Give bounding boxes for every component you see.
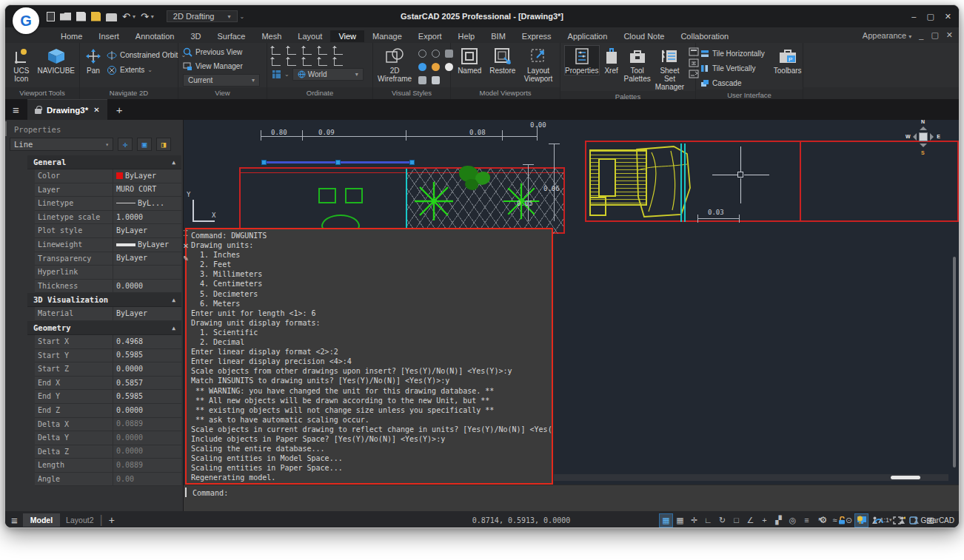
undo-icon[interactable]: ↶ — [122, 12, 130, 21]
close-button[interactable]: ✕ — [945, 12, 951, 21]
tile-vertically-button[interactable]: Tile Vertically — [700, 62, 765, 75]
property-value[interactable]: 0.0000 — [113, 445, 181, 459]
command-prompt[interactable]: Command: — [185, 488, 228, 497]
realistic-cube-icon[interactable] — [432, 76, 440, 84]
property-value[interactable] — [113, 266, 181, 279]
ucs-dropdown[interactable]: World ▾ — [292, 68, 364, 81]
named-viewports-button[interactable]: Named — [455, 46, 484, 75]
property-value[interactable]: 0.0000 — [113, 362, 181, 376]
gstarcad-logo-icon[interactable]: G — [13, 7, 39, 34]
property-value[interactable]: MURO CORT — [113, 183, 181, 197]
close-doc-button[interactable]: ✕ — [946, 30, 953, 40]
ucs-x-icon[interactable] — [272, 57, 281, 66]
view-current-dropdown[interactable]: Current▾ — [183, 74, 260, 87]
section-geometry[interactable]: Geometry▲ — [27, 321, 181, 335]
tab-3d[interactable]: 3D — [182, 30, 209, 42]
toolbars-button[interactable]: P Toolbars — [774, 46, 802, 75]
tab-layout[interactable]: Layout — [289, 30, 330, 42]
tab-express[interactable]: Express — [514, 30, 560, 42]
settings-gear-icon[interactable]: ⚙ — [817, 514, 829, 527]
edit-command-icon[interactable]: ✎ — [184, 254, 189, 263]
collapse-icon[interactable]: ▲ — [172, 293, 175, 307]
tab-surface[interactable]: Surface — [210, 30, 254, 42]
section-general[interactable]: General▲ — [27, 155, 181, 169]
redo-dropdown-icon[interactable]: ▾ — [151, 13, 154, 20]
property-value[interactable]: 1.0000 — [113, 211, 181, 224]
property-value[interactable]: 0.5857 — [113, 377, 181, 390]
layout-viewport-button[interactable]: Layout Viewport — [521, 46, 555, 83]
status-menu-icon[interactable]: ≡ — [11, 514, 17, 527]
xref-button[interactable]: Xref — [603, 46, 620, 75]
performance-gauge-icon[interactable] — [872, 514, 885, 527]
tab-collaboration[interactable]: Collaboration — [672, 30, 737, 42]
model-tab[interactable]: Model — [23, 513, 60, 527]
minimize-doc-button[interactable]: _ — [919, 31, 923, 40]
view-compass[interactable]: N W E S — [911, 124, 936, 149]
open-file-icon[interactable] — [60, 13, 71, 21]
snap-grid-icon[interactable]: ▦ — [660, 514, 672, 527]
hardware-acceleration-bulb-icon[interactable] — [854, 514, 866, 527]
tab-insert[interactable]: Insert — [90, 30, 127, 42]
new-layout-button[interactable]: + — [109, 514, 115, 526]
save-icon[interactable] — [76, 12, 86, 21]
file-tabs-menu-icon[interactable]: ≡ — [13, 104, 19, 116]
restore-doc-button[interactable]: ▢ — [931, 30, 938, 40]
navicube-button[interactable]: NAVICUBE — [38, 46, 75, 75]
command-input-bar[interactable]: Command: — [184, 485, 959, 511]
collapse-icon[interactable]: ▲ — [172, 155, 175, 169]
lock-ui-icon[interactable] — [835, 514, 848, 527]
property-value[interactable]: 0.0889 — [113, 459, 181, 472]
property-value[interactable]: 0.4968 — [113, 335, 181, 348]
dynamic-input-icon[interactable]: ≡ — [800, 514, 813, 527]
nightstand-entity[interactable] — [589, 197, 606, 216]
bed-pillow-entity[interactable] — [598, 158, 616, 197]
object-type-dropdown[interactable]: Line▾ — [10, 138, 113, 151]
ucs-origin-icon[interactable] — [303, 46, 312, 55]
drawing-canvas[interactable]: 0.80 0.09 0.08 0.00 — [184, 120, 959, 511]
view-manager-button[interactable]: View Manager — [183, 60, 243, 72]
grid-display-icon[interactable]: ▦ — [674, 514, 686, 527]
layout2-tab[interactable]: Layout2 — [66, 516, 93, 524]
ucs-named-icon[interactable] — [287, 46, 296, 55]
snap-mode-icon[interactable]: ✛ — [688, 514, 700, 527]
object-snap-icon[interactable]: □ — [730, 514, 743, 527]
property-value[interactable]: ByL... — [113, 197, 181, 210]
blue-sphere-icon[interactable] — [418, 63, 426, 71]
close-command-window-icon[interactable]: ✕ — [184, 242, 189, 250]
ucs-zoom-icon[interactable] — [287, 57, 296, 66]
property-value[interactable]: 0.0889 — [113, 418, 181, 431]
property-value[interactable]: ByLayer — [113, 307, 181, 320]
tile-horizontally-button[interactable]: Tile Horizontally — [700, 47, 765, 60]
ucs-move-icon[interactable] — [318, 46, 327, 55]
wireframe-sphere-icon[interactable] — [418, 50, 426, 58]
cascade-button[interactable]: Cascade — [700, 77, 765, 90]
close-tab-icon[interactable]: ✕ — [93, 106, 99, 114]
grip-handle[interactable] — [409, 160, 415, 165]
print-icon[interactable] — [106, 13, 117, 21]
collapse-icon[interactable]: ▲ — [172, 321, 175, 335]
clean-screen-icon[interactable] — [891, 514, 903, 527]
ucs-z-icon[interactable] — [303, 57, 312, 66]
osnap-tracking-icon[interactable]: + — [758, 514, 771, 527]
tab-view[interactable]: View — [330, 30, 364, 42]
command-window-grab-bar[interactable]: ⁚⁚ ✕ ✎ — [184, 229, 191, 263]
tab-manage[interactable]: Manage — [364, 30, 410, 42]
property-value[interactable]: 0.00 — [113, 473, 181, 486]
tab-mesh[interactable]: Mesh — [253, 30, 289, 42]
chair-entity[interactable] — [318, 188, 336, 203]
constrained-orbit-button[interactable]: Constrained Orbit⌄ — [107, 49, 186, 61]
pan-button[interactable]: Pan — [84, 46, 102, 75]
ucs-object-icon[interactable] — [334, 46, 343, 55]
dynamic-ucs-icon[interactable]: ◎ — [786, 514, 799, 527]
redo-icon[interactable]: ↷ — [141, 12, 149, 21]
property-value[interactable]: ByLayer — [113, 169, 181, 183]
property-value[interactable]: ByLayer — [113, 238, 181, 252]
workspace-select[interactable]: 2D Drafting▾ — [167, 10, 238, 22]
window-glass-entity[interactable] — [680, 144, 682, 222]
tab-export[interactable]: Export — [410, 30, 450, 42]
horizontal-scrollbar-thumb[interactable] — [891, 476, 920, 479]
previous-view-button[interactable]: Previous View — [183, 46, 242, 58]
horizontal-scrollbar[interactable] — [554, 474, 948, 481]
tab-home[interactable]: Home — [53, 30, 90, 42]
tab-cloud-note[interactable]: Cloud Note — [615, 30, 672, 42]
